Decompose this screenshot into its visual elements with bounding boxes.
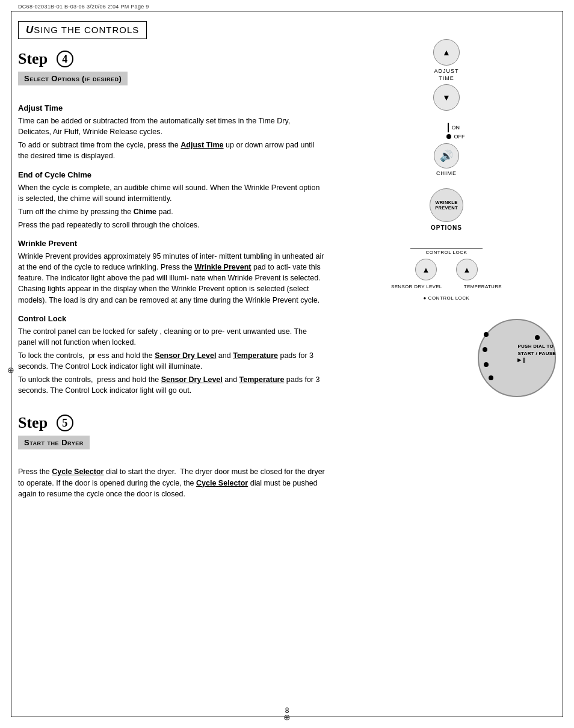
on-off-switch: ON OFF <box>446 123 465 140</box>
start-dryer-text: Start the Dryer <box>24 438 84 447</box>
u-letter: U <box>26 24 34 35</box>
options-label: OPTIONS <box>431 224 462 231</box>
section-title-text: USING THE CONTROLS <box>26 25 139 35</box>
control-lock-para2: To lock the controls, pr ess and hold th… <box>18 350 325 372</box>
chime-heading: End of Cycle Chime <box>18 170 325 179</box>
step5-label: Step <box>18 414 48 432</box>
adjust-time-up-btn[interactable]: ▲ <box>433 39 460 66</box>
chime-para2: Turn off the chime by pressing the Chime… <box>18 206 325 217</box>
section-title-box: USING THE CONTROLS <box>18 21 147 39</box>
options-diagram: WRINKLE PREVENT OPTIONS <box>430 188 463 231</box>
main-content: USING THE CONTROLS Step 4 Select Options… <box>18 21 556 710</box>
step5-circle: 5 <box>57 415 73 431</box>
sensor-dry-level-button[interactable]: ▲ <box>415 259 437 280</box>
adjust-time-diagram: ▲ ADJUST TIME ▼ <box>433 39 460 111</box>
adjust-time-para2: To add or subtract time from the cycle, … <box>18 140 325 161</box>
control-lock-heading: Control Lock <box>18 314 325 323</box>
dial-dot-4 <box>489 375 493 380</box>
control-lock-indicator: ● CONTROL LOCK <box>424 295 470 301</box>
chime-para1: When the cycle is complete, an audible c… <box>18 182 325 204</box>
adjust-time-para1: Time can be added or subtracted from the… <box>18 116 325 137</box>
adjust-time-label: ADJUST TIME <box>434 68 458 82</box>
switch-stem <box>448 123 449 132</box>
wrinkle-prevent-para: Wrinkle Prevent provides approximately 9… <box>18 251 325 306</box>
control-lock-para1: The control panel can be locked for safe… <box>18 326 325 348</box>
adjust-time-down-btn[interactable]: ▼ <box>433 84 460 111</box>
control-lock-para3: To unlock the controls, press and hold t… <box>18 374 325 396</box>
off-dot <box>446 134 451 139</box>
temp-arrow-icon: ▲ <box>463 265 471 274</box>
control-lock-row-container: CONTROL LOCK ▲ ▲ <box>380 248 513 280</box>
wrinkle-prevent-button[interactable]: WRINKLE PREVENT <box>430 188 463 222</box>
on-label-row: ON <box>446 123 460 132</box>
temperature-label: TEMPERATURE <box>464 284 502 289</box>
temperature-button[interactable]: ▲ <box>456 259 478 280</box>
wrinkle-prevent-btn-text: WRINKLE PREVENT <box>435 200 458 211</box>
chime-diagram: ON OFF 🔊 CHIME <box>428 123 465 176</box>
start-dryer-bar: Start the Dryer <box>18 436 90 449</box>
registration-mark-left: ⊕ <box>5 364 17 376</box>
dial-container: PUSH DIAL TO START / PAUSE ▶ ‖ <box>337 319 556 397</box>
step5-heading: Step 5 <box>18 414 325 432</box>
step4-circle: 4 <box>57 51 73 67</box>
right-column: ▲ ADJUST TIME ▼ ON OFF <box>337 21 556 710</box>
dial-dot-2 <box>483 347 487 352</box>
chime-label: CHIME <box>436 170 457 176</box>
step4-label: Step <box>18 50 48 68</box>
push-dial-label: PUSH DIAL TO START / PAUSE ▶ ‖ <box>517 343 556 363</box>
cycle-selector-diagram: PUSH DIAL TO START / PAUSE ▶ ‖ <box>337 319 556 397</box>
sensor-arrow-icon: ▲ <box>422 265 430 274</box>
push-dial-line3: ▶ ‖ <box>517 357 556 363</box>
chime-button[interactable]: 🔊 <box>434 143 459 168</box>
dial-dot-1 <box>484 332 489 337</box>
select-options-text: Select Options <box>24 74 79 83</box>
down-arrow-icon: ▼ <box>442 93 451 102</box>
on-label: ON <box>452 125 460 131</box>
left-column: USING THE CONTROLS Step 4 Select Options… <box>18 21 337 710</box>
select-options-bar: Select Options (if desired) <box>18 72 128 85</box>
push-dial-line1: PUSH DIAL TO <box>517 343 556 350</box>
step4-heading: Step 4 <box>18 50 325 68</box>
off-label-row: OFF <box>446 134 465 140</box>
chime-para3: Press the pad repeatedly to scroll throu… <box>18 220 325 230</box>
up-arrow-icon: ▲ <box>442 48 451 57</box>
dial-dot-5 <box>535 335 540 340</box>
off-label: OFF <box>454 134 465 140</box>
step5-section: Step 5 Start the Dryer Press the Cycle S… <box>18 414 325 499</box>
control-lock-indicator-text: ● CONTROL LOCK <box>424 295 470 301</box>
header-meta: DC68-02031B-01 B-03-06 3/20/06 2:04 PM P… <box>18 4 149 10</box>
sensor-temp-labels: SENSOR DRY LEVEL TEMPERATURE <box>380 284 513 289</box>
push-dial-line2: START / PAUSE <box>517 350 556 357</box>
sensor-dry-label: SENSOR DRY LEVEL <box>391 284 442 289</box>
section-title-rest: SING THE CONTROLS <box>34 25 139 35</box>
page-border-right <box>563 11 563 717</box>
if-desired-text: (if desired) <box>82 75 122 82</box>
page-number: 8 <box>285 706 289 715</box>
control-lock-diagram: CONTROL LOCK ▲ ▲ SENSOR DRY LEVEL TEMPER… <box>337 248 556 301</box>
adjust-time-heading: Adjust Time <box>18 103 325 113</box>
page-border-top <box>11 11 563 11</box>
dial-dot-3 <box>484 362 489 367</box>
start-dryer-para: Press the Cycle Selector dial to start t… <box>18 466 325 499</box>
dial-with-label: PUSH DIAL TO START / PAUSE ▶ ‖ <box>478 319 556 397</box>
wrinkle-prevent-heading: Wrinkle Prevent <box>18 239 325 248</box>
control-lock-buttons-row: ▲ ▲ <box>380 259 513 280</box>
chime-icon: 🔊 <box>440 149 453 162</box>
control-lock-top-label: CONTROL LOCK <box>410 248 483 255</box>
